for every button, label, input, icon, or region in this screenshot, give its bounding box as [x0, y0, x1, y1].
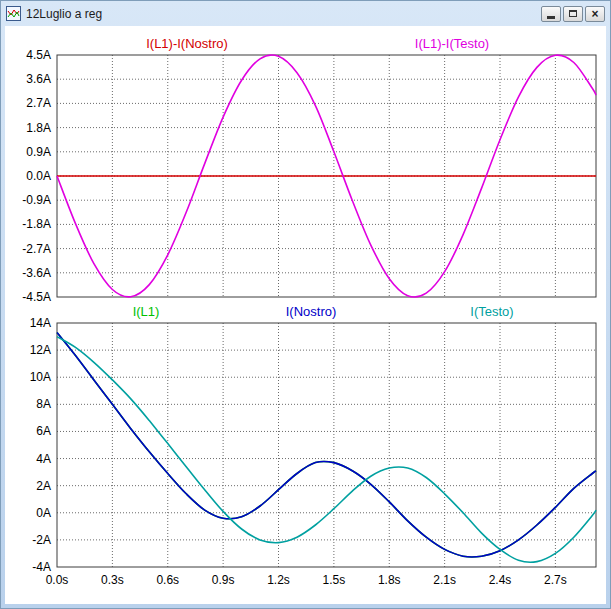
y-tick-label: 0A: [36, 506, 51, 520]
minimize-icon: [547, 16, 555, 19]
x-tick-label: 1.5s: [323, 573, 346, 587]
legend-inostro[interactable]: I(Nostro): [286, 304, 337, 319]
y-tick-label: 10A: [30, 370, 51, 384]
legend-itesto[interactable]: I(Testo): [470, 304, 513, 319]
legend-il1-minus-itesto[interactable]: I(L1)-I(Testo): [415, 36, 489, 51]
y-tick-label: -1.8A: [22, 217, 51, 231]
plot-bottom: 14A12A10A8A6A4A2A0A-2A-4A0.0s0.3s0.6s0.9…: [30, 316, 596, 587]
y-tick-label: -3.6A: [22, 266, 51, 280]
x-tick-label: 0.9s: [212, 573, 235, 587]
legend-il1[interactable]: I(L1): [133, 304, 160, 319]
restore-button[interactable]: [563, 6, 583, 22]
x-tick-label: 0.0s: [46, 573, 69, 587]
y-tick-label: 6A: [36, 424, 51, 438]
waveform-app-icon: [6, 6, 21, 21]
trace-i-nostro[interactable]: [57, 333, 596, 557]
x-tick-label: 1.8s: [378, 573, 401, 587]
y-tick-label: 3.6A: [26, 72, 51, 86]
y-tick-label: 8A: [36, 397, 51, 411]
y-tick-label: 0.9A: [26, 145, 51, 159]
app-window: 12Luglio a reg × 4.5A3.6A2.7A1.8A0.9A0.0…: [0, 0, 611, 609]
plot-top: 4.5A3.6A2.7A1.8A0.9A0.0A-0.9A-1.8A-2.7A-…: [22, 48, 596, 304]
titlebar[interactable]: 12Luglio a reg ×: [1, 1, 610, 26]
x-tick-label: 1.2s: [267, 573, 290, 587]
y-tick-label: -0.9A: [22, 193, 51, 207]
restore-icon: [569, 10, 577, 17]
y-tick-label: 4A: [36, 452, 51, 466]
y-tick-label: 14A: [30, 316, 51, 330]
y-tick-label: -4A: [32, 560, 51, 574]
legend-il1-minus-inostro[interactable]: I(L1)-I(Nostro): [146, 36, 228, 51]
y-tick-label: 4.5A: [26, 48, 51, 62]
plot-window-content: 4.5A3.6A2.7A1.8A0.9A0.0A-0.9A-1.8A-2.7A-…: [5, 26, 606, 604]
y-tick-label: 0.0A: [26, 169, 51, 183]
window-title: 12Luglio a reg: [26, 7, 536, 21]
trace-i-testo[interactable]: [57, 337, 596, 563]
app-icon[interactable]: [6, 6, 21, 21]
plot-border: [57, 323, 596, 567]
x-tick-label: 0.3s: [101, 573, 124, 587]
y-tick-label: -2A: [32, 533, 51, 547]
window-controls: ×: [541, 6, 605, 22]
x-tick-label: 2.7s: [544, 573, 567, 587]
y-tick-label: -4.5A: [22, 290, 51, 304]
minimize-button[interactable]: [541, 6, 561, 22]
y-tick-label: 1.8A: [26, 121, 51, 135]
y-tick-label: 12A: [30, 343, 51, 357]
close-icon: ×: [591, 8, 598, 20]
x-tick-label: 2.4s: [489, 573, 512, 587]
y-tick-label: 2.7A: [26, 96, 51, 110]
trace-i-l1[interactable]: [57, 333, 596, 557]
x-tick-label: 2.1s: [433, 573, 456, 587]
y-tick-label: -2.7A: [22, 242, 51, 256]
y-tick-label: 2A: [36, 479, 51, 493]
x-tick-label: 0.6s: [156, 573, 179, 587]
close-button[interactable]: ×: [585, 6, 605, 22]
